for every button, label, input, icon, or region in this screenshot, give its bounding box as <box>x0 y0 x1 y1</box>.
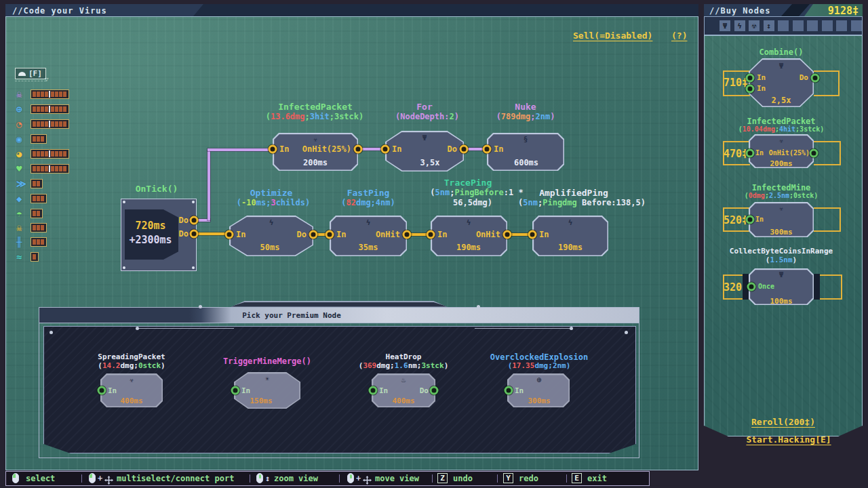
empty-slot[interactable] <box>793 20 804 31</box>
node-title: TriggerMineMerge() <box>223 357 311 366</box>
port-onhit[interactable] <box>354 145 363 154</box>
port-in[interactable] <box>746 85 755 94</box>
port-do[interactable] <box>460 145 469 154</box>
port-in[interactable] <box>505 386 513 395</box>
sell-button[interactable]: Sell(=Disabled) <box>573 30 652 41</box>
empty-slot[interactable] <box>836 20 847 31</box>
port-label: OnHit(25%) <box>769 149 810 157</box>
node-subtitle: (82dmg;4nm) <box>341 198 395 207</box>
node-subtitle: (14.2dmg;0stck) <box>98 361 165 370</box>
empty-slot[interactable] <box>851 20 862 31</box>
shop-node-title: InfectedMine <box>752 183 811 192</box>
port-do[interactable] <box>190 230 199 239</box>
plus-icon: + <box>98 474 102 483</box>
port-label: In <box>757 84 766 93</box>
port-in[interactable] <box>269 145 277 154</box>
port-label: In <box>539 230 549 239</box>
empty-slot[interactable] <box>778 20 789 31</box>
shop-node-subtitle: (0dmg;2.5nm;0stck) <box>745 192 818 199</box>
port-in[interactable] <box>231 386 240 395</box>
money-amount: 9128‡ <box>828 5 859 17</box>
stat-meter <box>31 209 43 218</box>
port-in[interactable] <box>746 216 755 224</box>
port-label: In <box>279 144 289 154</box>
mouse-left-icon <box>89 473 96 483</box>
gauge-icon: ◕ <box>16 148 22 159</box>
node-cost: 300ms <box>770 228 792 237</box>
branch-node-icon[interactable]: Ψ <box>719 20 730 31</box>
control-label: multiselect/connect port <box>117 474 234 483</box>
control-label: exit <box>587 474 607 483</box>
node-title: Nuke <box>515 102 536 112</box>
node-title: SpreadingPacket <box>98 352 165 361</box>
port-do[interactable] <box>190 216 199 225</box>
mouse-left-icon <box>12 473 19 483</box>
port-in[interactable] <box>381 145 390 154</box>
mouse-wheel-icon <box>347 473 354 483</box>
control-label: redo <box>519 474 538 483</box>
node-cost: 600ms <box>514 158 538 167</box>
port-label: Do <box>448 144 457 154</box>
port-in[interactable] <box>528 230 537 239</box>
reroll-button[interactable]: Reroll(200‡) <box>751 417 815 427</box>
shop-node-title: InfectedPacket <box>747 117 815 126</box>
toggle-hud-button[interactable]: [F] <box>15 68 46 79</box>
mine-icon: ☀ <box>265 375 270 383</box>
port-in[interactable] <box>326 230 334 239</box>
port-label: Once <box>758 283 774 290</box>
port-do[interactable] <box>430 386 439 395</box>
port-in[interactable] <box>369 386 378 395</box>
deco-line <box>139 328 234 329</box>
price-bracket <box>814 207 841 232</box>
deco-dot <box>199 305 202 308</box>
empty-slot[interactable] <box>807 20 818 31</box>
port-in[interactable] <box>225 230 234 239</box>
bug-icon: ☣ <box>779 137 784 144</box>
wire-purple <box>208 150 210 220</box>
port-once[interactable] <box>747 283 756 291</box>
umbrella-icon: ☂ <box>16 208 22 219</box>
updown-arrows-icon[interactable]: ↕ <box>764 20 774 31</box>
port-do[interactable] <box>309 230 318 239</box>
move-arrows-icon <box>363 474 372 487</box>
plus-icon: + <box>356 474 361 483</box>
shell-icon: ≈ <box>16 251 22 262</box>
control-label: select <box>26 474 55 483</box>
port-do[interactable] <box>811 74 820 83</box>
key-z-icon: Z <box>437 473 448 483</box>
start-hacking-button[interactable]: Start.Hacking[E] <box>746 434 831 445</box>
node-title: OnTick() <box>136 184 178 194</box>
node-subtitle: (-10ms;3childs) <box>237 198 310 207</box>
port-onhit[interactable] <box>503 230 512 239</box>
price-tag: 520‡ <box>724 214 748 226</box>
shop-node-title: Combine() <box>759 47 803 57</box>
branch-icon: Ψ <box>422 134 427 142</box>
port-in[interactable] <box>98 386 106 395</box>
bomb-icon[interactable]: ☢ <box>749 20 760 31</box>
port-in[interactable] <box>427 230 435 239</box>
deco-dot <box>625 331 628 334</box>
port-onhit[interactable] <box>810 149 818 158</box>
lightning-icon: ϟ <box>568 219 573 226</box>
stat-meter <box>31 164 69 174</box>
node-cost: 300ms <box>528 396 550 405</box>
key-e-icon: E <box>572 473 582 483</box>
node-cost: 100ms <box>770 297 792 306</box>
port-onhit[interactable] <box>403 230 412 239</box>
shop-node-subtitle: (1.5nm) <box>766 256 797 264</box>
help-button[interactable]: (?) <box>671 30 687 41</box>
mouse-wheel-icon <box>256 473 263 483</box>
stat-meter <box>31 179 43 188</box>
empty-slot[interactable] <box>822 20 833 31</box>
port-in[interactable] <box>746 74 755 83</box>
main-panel-title: //Code your Virus <box>12 6 107 16</box>
lightning-icon[interactable]: ϟ <box>734 20 745 31</box>
lightning-icon: ϟ <box>269 219 274 226</box>
node-side-tab <box>814 274 820 300</box>
node-cost: 190ms <box>456 243 481 252</box>
port-label: In <box>515 386 524 395</box>
port-in[interactable] <box>483 145 492 154</box>
port-in[interactable] <box>746 149 755 158</box>
node-title: For <box>416 102 432 112</box>
game-screen: //Code your Virus Sell(=Disabled) (?) [F… <box>0 0 868 488</box>
